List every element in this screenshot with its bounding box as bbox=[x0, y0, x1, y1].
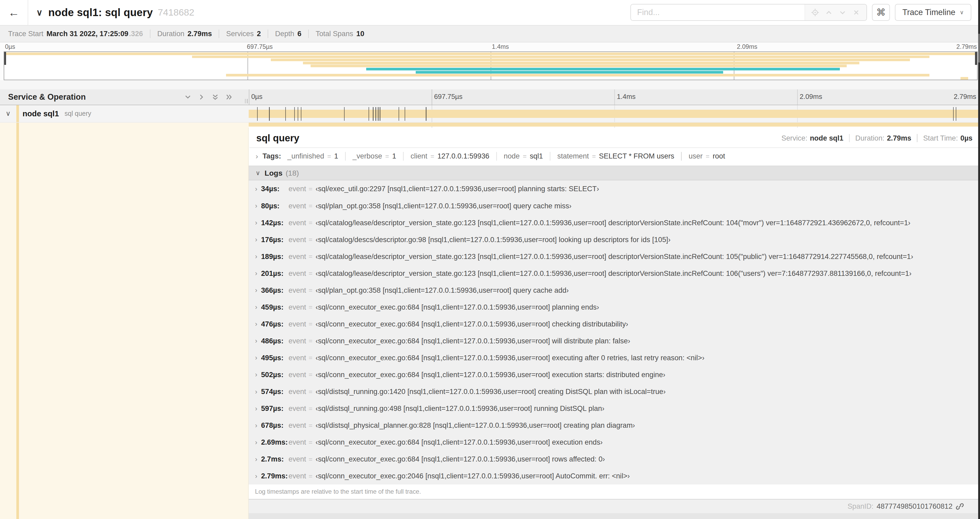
tag-value: 1 bbox=[392, 152, 396, 160]
log-entry[interactable]: ›80µs:event=‹sql/plan_opt.go:358 [nsql1,… bbox=[249, 197, 980, 214]
chevron-right-icon: › bbox=[255, 455, 258, 463]
minimap-span-bar bbox=[961, 77, 969, 80]
log-field-key: event bbox=[288, 370, 306, 379]
trace-stats-bar: Trace StartMarch 31 2022, 17:25:09.326Du… bbox=[0, 25, 980, 43]
equals-sign: = bbox=[592, 152, 596, 160]
log-message: ‹sql/catalog/lease/descriptor_version_st… bbox=[316, 252, 913, 261]
deep-link-icon[interactable] bbox=[956, 502, 964, 511]
find-input[interactable] bbox=[631, 5, 805, 20]
log-marker[interactable] bbox=[399, 107, 399, 121]
log-marker[interactable] bbox=[344, 107, 345, 121]
divider bbox=[681, 152, 681, 161]
viewport-drag-handle-left[interactable] bbox=[4, 52, 6, 65]
tags-row[interactable]: › Tags: _unfinished=1_verbose=1client=12… bbox=[249, 148, 980, 164]
expand-one-icon[interactable] bbox=[198, 94, 205, 101]
log-field-key: event bbox=[288, 354, 306, 362]
log-message: ‹sql/conn_executor_exec.go:2046 [nsql1,c… bbox=[316, 472, 630, 480]
column-resizer-grip[interactable] bbox=[245, 99, 247, 103]
meta-value: 2.79ms bbox=[887, 134, 911, 142]
log-entry[interactable]: ›201µs:event=‹sql/catalog/lease/descript… bbox=[249, 265, 980, 282]
stat-value: March 31 2022, 17:25:09 bbox=[47, 30, 129, 38]
minimap-axis-labels: 0µs697.75µs1.4ms2.09ms2.79ms bbox=[0, 43, 980, 51]
logs-header[interactable]: ∨ Logs (18) bbox=[249, 166, 980, 180]
expand-all-icon[interactable] bbox=[226, 94, 232, 101]
log-entry[interactable]: ›476µs:event=‹sql/conn_executor_exec.go:… bbox=[249, 316, 980, 332]
log-entry[interactable]: ›142µs:event=‹sql/catalog/lease/descript… bbox=[249, 214, 980, 231]
span-duration-bar[interactable] bbox=[249, 110, 980, 118]
minimap-canvas[interactable] bbox=[4, 51, 977, 80]
span-detail-title: sql query bbox=[256, 133, 299, 144]
log-marker[interactable] bbox=[369, 107, 369, 121]
log-entry[interactable]: ›459µs:event=‹sql/conn_executor_exec.go:… bbox=[249, 299, 980, 316]
window-right-edge-scrollbar[interactable] bbox=[978, 0, 980, 519]
log-entry[interactable]: ›502µs:event=‹sql/conn_executor_exec.go:… bbox=[249, 366, 980, 383]
log-marker[interactable] bbox=[380, 107, 380, 121]
keyboard-shortcuts-button[interactable]: ⌘ bbox=[872, 4, 890, 21]
log-entry[interactable]: ›486µs:event=‹sql/conn_executor_exec.go:… bbox=[249, 332, 980, 350]
equals-sign: = bbox=[309, 439, 312, 446]
span-row-timeline-cell[interactable] bbox=[249, 105, 980, 122]
clear-find-icon[interactable] bbox=[850, 6, 862, 19]
log-message: ‹sql/conn_executor_exec.go:684 [nsql1,cl… bbox=[316, 303, 599, 311]
log-entry[interactable]: ›574µs:event=‹sql/distsql_running.go:142… bbox=[249, 383, 980, 400]
log-marker[interactable] bbox=[373, 107, 373, 121]
log-marker[interactable] bbox=[953, 107, 954, 121]
bottom-band bbox=[249, 513, 980, 519]
next-match-icon[interactable] bbox=[837, 6, 849, 19]
log-message: ‹sql/conn_executor_exec.go:684 [nsql1,cl… bbox=[316, 354, 705, 362]
log-marker[interactable] bbox=[405, 107, 405, 121]
prev-match-icon[interactable] bbox=[823, 6, 835, 19]
equals-sign: = bbox=[309, 320, 312, 328]
collapse-all-icon[interactable] bbox=[212, 94, 219, 101]
log-marker[interactable] bbox=[375, 107, 376, 121]
span-row-name-cell[interactable]: ∨ node sql1 sql query bbox=[0, 105, 249, 122]
log-marker[interactable] bbox=[257, 107, 258, 121]
trace-collapse-chevron-icon[interactable]: ∨ bbox=[37, 7, 43, 18]
log-field-key: event bbox=[288, 472, 306, 480]
meta-value: node sql1 bbox=[810, 134, 843, 142]
log-marker[interactable] bbox=[285, 107, 286, 121]
log-marker[interactable] bbox=[298, 107, 298, 121]
trace-stat: Trace StartMarch 31 2022, 17:25:09.326 bbox=[8, 30, 150, 38]
log-field-key: event bbox=[288, 235, 306, 244]
log-marker[interactable] bbox=[378, 107, 378, 121]
log-entry[interactable]: ›2.7ms:event=‹sql/conn_executor_exec.go:… bbox=[249, 451, 980, 468]
collapse-one-icon[interactable] bbox=[185, 94, 191, 101]
log-entry[interactable]: ›495µs:event=‹sql/conn_executor_exec.go:… bbox=[249, 350, 980, 366]
equals-sign: = bbox=[309, 185, 312, 193]
log-entry[interactable]: ›2.69ms:event=‹sql/conn_executor_exec.go… bbox=[249, 434, 980, 451]
log-marker[interactable] bbox=[294, 107, 295, 121]
view-selector-button[interactable]: Trace Timeline ∨ bbox=[895, 4, 971, 21]
log-marker[interactable] bbox=[956, 107, 956, 121]
log-timestamp: 574µs: bbox=[261, 387, 288, 396]
log-entry[interactable]: ›366µs:event=‹sql/plan_opt.go:358 [nsql1… bbox=[249, 282, 980, 299]
tag-node[interactable]: node=sql1 bbox=[504, 152, 543, 160]
log-entry[interactable]: ›189µs:event=‹sql/catalog/lease/descript… bbox=[249, 248, 980, 265]
back-button[interactable]: ← bbox=[0, 0, 28, 25]
viewport-drag-handle-right[interactable] bbox=[975, 52, 977, 65]
log-marker[interactable] bbox=[301, 107, 301, 121]
minimap-span-bar bbox=[416, 71, 723, 73]
tag-_unfinished[interactable]: _unfinished=1 bbox=[287, 152, 338, 160]
chevron-right-icon: › bbox=[255, 388, 258, 396]
chevron-right-icon: › bbox=[255, 438, 258, 447]
tag-_verbose[interactable]: _verbose=1 bbox=[353, 152, 396, 160]
log-marker[interactable] bbox=[269, 107, 269, 121]
log-entry[interactable]: ›2.79ms:event=‹sql/conn_executor_exec.go… bbox=[249, 468, 980, 484]
span-row-node-sql1[interactable]: ∨ node sql1 sql query bbox=[0, 105, 980, 123]
log-field-key: event bbox=[288, 438, 306, 447]
focus-match-icon[interactable] bbox=[809, 6, 821, 19]
tag-key: _unfinished bbox=[287, 152, 324, 160]
tag-user[interactable]: user=root bbox=[689, 152, 725, 160]
tag-statement[interactable]: statement=SELECT * FROM users bbox=[557, 152, 675, 160]
log-marker[interactable] bbox=[426, 107, 426, 121]
tag-client[interactable]: client=127.0.0.1:59936 bbox=[410, 152, 489, 160]
collapse-controls bbox=[185, 94, 244, 101]
log-entry[interactable]: ›176µs:event=‹sql/catalog/descs/descript… bbox=[249, 231, 980, 248]
selected-span-duration-bar[interactable] bbox=[249, 123, 980, 126]
log-entry[interactable]: ›34µs:event=‹sql/exec_util.go:2297 [nsql… bbox=[249, 180, 980, 197]
span-collapse-chevron-icon[interactable]: ∨ bbox=[0, 109, 16, 118]
log-entry[interactable]: ›678µs:event=‹sql/distsql_physical_plann… bbox=[249, 417, 980, 434]
chevron-right-icon: › bbox=[255, 185, 258, 193]
log-entry[interactable]: ›597µs:event=‹sql/distsql_running.go:498… bbox=[249, 400, 980, 417]
